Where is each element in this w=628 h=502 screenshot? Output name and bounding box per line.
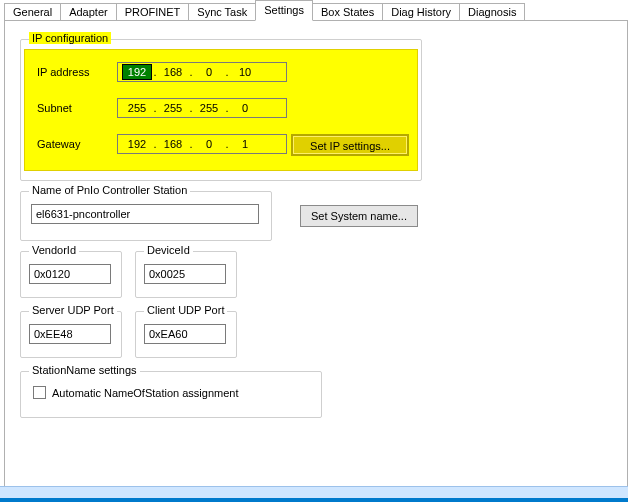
group-server-udp-port: Server UDP Port 0xEE48 (20, 311, 122, 358)
group-caption-station: Name of PnIo Controller Station (29, 184, 190, 196)
group-station-name: Name of PnIo Controller Station el6631-p… (20, 191, 272, 241)
subnet-octet-4[interactable]: 0 (230, 102, 260, 114)
ip-octet-4[interactable]: 10 (230, 66, 260, 78)
tab-general[interactable]: General (4, 3, 61, 21)
ip-highlight-region: IP address 192 . 168 . 0 . 10 Subnet (25, 50, 417, 170)
label-auto-nameofstation: Automatic NameOfStation assignment (52, 387, 238, 399)
label-gateway: Gateway (25, 138, 117, 150)
input-client-udp-port[interactable]: 0xEA60 (144, 324, 226, 344)
tab-settings[interactable]: Settings (255, 0, 313, 21)
label-subnet: Subnet (25, 102, 117, 114)
subnet-octet-2[interactable]: 255 (158, 102, 188, 114)
input-station-name[interactable]: el6631-pncontroller (31, 204, 259, 224)
group-ip-configuration: IP configuration IP address 192 . 168 . … (20, 39, 422, 181)
ip-octet-1[interactable]: 192 (122, 64, 152, 80)
status-bar (0, 486, 628, 502)
group-caption-ipconfig: IP configuration (29, 32, 111, 44)
group-caption-vendorid: VendorId (29, 244, 79, 256)
gw-octet-2[interactable]: 168 (158, 138, 188, 150)
gw-octet-1[interactable]: 192 (122, 138, 152, 150)
group-client-udp-port: Client UDP Port 0xEA60 (135, 311, 237, 358)
input-vendorid[interactable]: 0x0120 (29, 264, 111, 284)
input-server-udp-port[interactable]: 0xEE48 (29, 324, 111, 344)
subnet-octet-1[interactable]: 255 (122, 102, 152, 114)
set-ip-settings-button[interactable]: Set IP settings... (291, 134, 409, 156)
input-gateway[interactable]: 192 . 168 . 0 . 1 (117, 134, 287, 154)
tab-adapter[interactable]: Adapter (60, 3, 117, 21)
tab-synctask[interactable]: Sync Task (188, 3, 256, 21)
group-stationname-settings: StationName settings Automatic NameOfSta… (20, 371, 322, 418)
tab-boxstates[interactable]: Box States (312, 3, 383, 21)
input-ip-address[interactable]: 192 . 168 . 0 . 10 (117, 62, 287, 82)
set-system-name-button[interactable]: Set System name... (300, 205, 418, 227)
group-caption-deviceid: DeviceId (144, 244, 193, 256)
gw-octet-3[interactable]: 0 (194, 138, 224, 150)
group-vendorid: VendorId 0x0120 (20, 251, 122, 298)
group-caption-clientport: Client UDP Port (144, 304, 227, 316)
input-subnet[interactable]: 255 . 255 . 255 . 0 (117, 98, 287, 118)
tab-diaghistory[interactable]: Diag History (382, 3, 460, 21)
group-deviceid: DeviceId 0x0025 (135, 251, 237, 298)
tab-pane-settings: IP configuration IP address 192 . 168 . … (4, 20, 628, 502)
tab-diagnosis[interactable]: Diagnosis (459, 3, 525, 21)
ip-octet-3[interactable]: 0 (194, 66, 224, 78)
subnet-octet-3[interactable]: 255 (194, 102, 224, 114)
input-deviceid[interactable]: 0x0025 (144, 264, 226, 284)
checkbox-auto-nameofstation[interactable] (33, 386, 46, 399)
settings-window: General Adapter PROFINET Sync Task Setti… (0, 0, 628, 502)
group-caption-serverport: Server UDP Port (29, 304, 117, 316)
tab-profinet[interactable]: PROFINET (116, 3, 190, 21)
tabstrip: General Adapter PROFINET Sync Task Setti… (4, 0, 524, 20)
group-caption-stationname-settings: StationName settings (29, 364, 140, 376)
gw-octet-4[interactable]: 1 (230, 138, 260, 150)
label-ip-address: IP address (25, 66, 117, 78)
ip-octet-2[interactable]: 168 (158, 66, 188, 78)
